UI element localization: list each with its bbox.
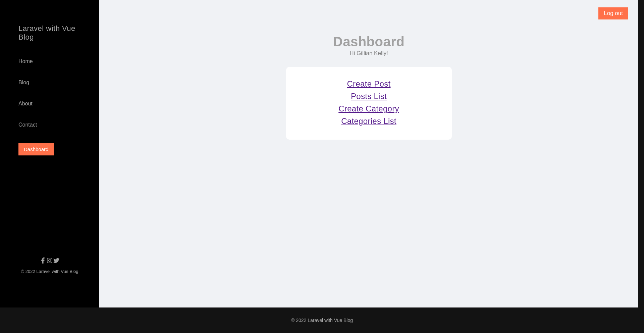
nav-link-blog[interactable]: Blog (18, 80, 29, 86)
footer: © 2022 Laravel with Vue Blog (0, 307, 644, 333)
social-icons (18, 257, 81, 265)
greeting-text: Hi Gillian Kelly! (109, 50, 628, 57)
nav-link-contact[interactable]: Contact (18, 122, 37, 128)
facebook-icon[interactable] (40, 257, 46, 265)
categories-list-link[interactable]: Categories List (300, 116, 438, 126)
sidebar-copyright: © 2022 Laravel with Vue Blog (18, 269, 81, 274)
logout-button[interactable]: Log out (598, 7, 628, 19)
dashboard-card: Create Post Posts List Create Category C… (286, 67, 452, 140)
nav-list: Home Blog About Contact Dashboard (18, 58, 81, 257)
main-content: Log out Dashboard Hi Gillian Kelly! Crea… (99, 0, 638, 307)
posts-list-link[interactable]: Posts List (300, 92, 438, 101)
twitter-icon[interactable] (53, 257, 59, 265)
nav-link-about[interactable]: About (18, 101, 33, 107)
create-category-link[interactable]: Create Category (300, 104, 438, 113)
footer-copyright: © 2022 Laravel with Vue Blog (0, 318, 644, 323)
instagram-icon[interactable] (47, 257, 53, 265)
site-title: Laravel with Vue Blog (18, 24, 81, 42)
dashboard-header: Dashboard Hi Gillian Kelly! (109, 34, 628, 57)
sidebar: Laravel with Vue Blog Home Blog About Co… (0, 0, 99, 307)
sidebar-footer: © 2022 Laravel with Vue Blog (18, 257, 81, 297)
dashboard-button[interactable]: Dashboard (18, 143, 54, 155)
nav-link-home[interactable]: Home (18, 58, 33, 64)
create-post-link[interactable]: Create Post (300, 79, 438, 89)
page-title: Dashboard (109, 34, 628, 49)
